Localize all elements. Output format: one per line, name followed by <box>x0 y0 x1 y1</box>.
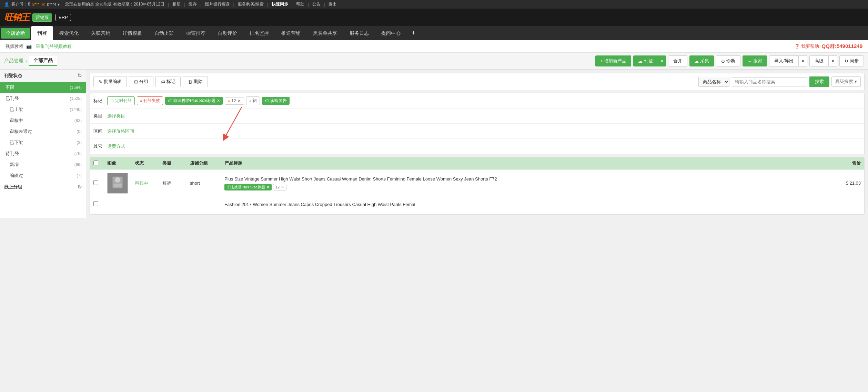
notice-link[interactable]: 公告 <box>312 1 321 7</box>
collect-button[interactable]: ☁ 采集 <box>689 55 714 66</box>
nav-window-recommend[interactable]: 橱窗推荐 <box>180 26 212 40</box>
advanced-search-button[interactable]: 高级搜索 ▾ <box>831 76 861 87</box>
add-product-btn-group: + 增加新产品 <box>595 55 631 66</box>
refresh-icon[interactable]: ↻ <box>77 72 82 79</box>
album-link[interactable]: 相册 <box>172 1 181 7</box>
row1-tag-illegal-close[interactable]: ✕ <box>266 185 270 189</box>
add-product-button[interactable]: + 增加新产品 <box>595 55 631 66</box>
filter-row-tags: 标记 ⊙ 定时刊登 ♦ 刊登失败 🏷 非法携带Plus Size标题 ✕ <box>90 93 864 109</box>
tag-scheduled[interactable]: ⊙ 定时刊登 <box>107 96 135 105</box>
publish-arrow-button[interactable]: ▾ <box>658 55 666 66</box>
batch-edit-button[interactable]: ✎ 批量编辑 <box>93 76 127 87</box>
filter-review-failed[interactable]: 审核未通过 (0) <box>0 126 86 137</box>
advanced-arrow[interactable]: ▾ <box>829 55 837 66</box>
filter-edited[interactable]: 编辑过 (7) <box>0 170 86 181</box>
tag-number-12[interactable]: ♦ 12 ✕ <box>225 97 244 105</box>
nav-related-marketing[interactable]: 关联营销 <box>85 26 117 40</box>
tag-skirt[interactable]: ♦ 裙 <box>246 96 260 105</box>
tag-illegal-plus[interactable]: 🏷 非法携带Plus Size标题 ✕ <box>165 97 223 105</box>
tutorial-link[interactable]: 采集刊登视频教程 <box>36 43 72 50</box>
breadcrumb-parent[interactable]: 产品管理 <box>4 58 23 64</box>
nav-push-marketing[interactable]: 推送营销 <box>275 26 307 40</box>
version-text: 您现在使用的是 全功能版 有效期至：2018年05月12日 <box>65 1 164 7</box>
search-button[interactable]: 搜索 <box>809 76 829 87</box>
row1-title[interactable]: Plus Size Vintage Summer High Waist Shor… <box>224 176 823 183</box>
nav-auto-review[interactable]: 自动评价 <box>212 26 243 40</box>
online-group-refresh[interactable]: ↻ <box>77 184 82 190</box>
cloud-icon: ☁ <box>638 59 643 64</box>
category-select-link[interactable]: 选择类目 <box>107 113 125 119</box>
other-row-label: 其它 <box>93 143 107 149</box>
import-export-button[interactable]: 导入/导出 <box>769 55 799 66</box>
publish-main-button[interactable]: ☁ 刊登 <box>633 55 658 66</box>
logout-link[interactable]: 退出 <box>329 1 337 7</box>
badge-erp[interactable]: ERP <box>55 14 71 21</box>
filter-published[interactable]: 已刊登 (1525) <box>0 93 86 104</box>
camera-icon: 📷 <box>26 44 32 49</box>
nav-blacklist[interactable]: 黑名单共享 <box>307 26 343 40</box>
publish-btn-group: ☁ 刊登 ▾ <box>633 55 666 66</box>
tag-diagnose-icon: 🏷 <box>265 99 269 103</box>
filter-off-shelf[interactable]: 已下架 (3) <box>0 137 86 148</box>
filter-reviewing[interactable]: 审核中 (82) <box>0 115 86 126</box>
sync-button[interactable]: ↻ 同步 <box>839 55 864 66</box>
chevron-down-icon: ▾ <box>855 79 857 84</box>
collect-icon: ☁ <box>694 59 699 64</box>
product-image-1[interactable] <box>107 173 128 194</box>
quick-sync-link[interactable]: 快速同步 <box>272 1 288 7</box>
filter-pending-label: 待刊登 <box>6 151 19 157</box>
nav-plus[interactable]: + <box>407 26 420 40</box>
nav-question-center[interactable]: 提问中心 <box>375 26 407 40</box>
row1-checkbox[interactable] <box>93 180 107 186</box>
tag-number-close[interactable]: ✕ <box>238 99 241 103</box>
tag-diagnose-warning[interactable]: 🏷 诊断警告 <box>262 97 290 105</box>
diagnose-button[interactable]: ⊙ 诊断 <box>716 55 740 66</box>
slim-link[interactable]: 图片银行瘦身 <box>205 1 230 7</box>
filter-new[interactable]: 新增 (69) <box>0 159 86 170</box>
tag-failed[interactable]: ♦ 刊登失败 <box>137 96 163 105</box>
cache-link[interactable]: 缓存 <box>189 1 197 7</box>
tag-number-label: 12 <box>231 99 236 103</box>
filter-row-range: 区间 选择价格区间 <box>90 124 864 139</box>
group-button[interactable]: ⊞ 分组 <box>129 76 153 87</box>
import-export-arrow[interactable]: ▾ <box>799 55 807 66</box>
nav-template[interactable]: 详情模板 <box>117 26 148 40</box>
tag-button[interactable]: 🏷 标记 <box>155 76 181 87</box>
search-select[interactable]: 商品名称 <box>698 77 729 87</box>
search-input[interactable] <box>731 77 807 86</box>
service-link[interactable]: 服务购买/续费 <box>238 1 264 7</box>
nav-kandeng[interactable]: 刊登 <box>31 26 53 40</box>
nav-search-opt[interactable]: 搜索优化 <box>53 26 85 40</box>
row2-checkbox[interactable] <box>93 201 107 207</box>
row1-tag-number-close[interactable]: ✕ <box>281 185 284 189</box>
merge-button[interactable]: 合并 <box>668 55 687 66</box>
right-panel: ✎ 批量编辑 ⊞ 分组 🏷 标记 🗑 删除 商品名称 搜索 <box>86 70 868 218</box>
nav-rank-monitor[interactable]: 排名监控 <box>243 26 275 40</box>
tag-illegal-plus-close[interactable]: ✕ <box>217 99 220 103</box>
move-button[interactable]: → 搬家 <box>743 55 767 66</box>
badge-yingxiao[interactable]: 营销版 <box>32 13 52 22</box>
tag-icon: 🏷 <box>161 79 165 84</box>
filter-unlimited[interactable]: 不限 (1594) <box>0 82 86 93</box>
th-shop-group: 店铺分组 <box>190 160 224 166</box>
th-checkbox[interactable] <box>93 161 107 166</box>
filter-pending[interactable]: 待刊登 (76) <box>0 148 86 159</box>
help-link[interactable]: 帮助 <box>296 1 304 7</box>
row1-tag-number[interactable]: 12 ✕ <box>273 184 286 190</box>
row2-title[interactable]: Fashion 2017 Women Summer Jeans Capris C… <box>224 201 823 208</box>
product-img-svg <box>108 173 128 194</box>
delete-button[interactable]: 🗑 删除 <box>183 76 208 87</box>
advanced-button[interactable]: 高级 <box>809 55 829 66</box>
row1-tag-illegal[interactable]: 非法携带Plus Size标题 ✕ <box>224 184 272 190</box>
svg-point-4 <box>115 177 120 182</box>
range-select-link[interactable]: 选择价格区间 <box>107 128 134 134</box>
th-title: 产品标题 <box>224 160 826 166</box>
nav-service-log[interactable]: 服务日志 <box>343 26 375 40</box>
nav-auto-publish[interactable]: 自动上架 <box>148 26 180 40</box>
filter-on-shelf[interactable]: 已上架 (1440) <box>0 104 86 115</box>
select-all-checkbox[interactable] <box>93 161 98 165</box>
other-select-link[interactable]: 运费方式 <box>107 143 125 149</box>
diamond-icon2: ♦ <box>228 99 230 103</box>
nav-quandian[interactable]: 全店诊断 <box>1 28 30 39</box>
row1-tag-number-val: 12 <box>275 185 280 189</box>
